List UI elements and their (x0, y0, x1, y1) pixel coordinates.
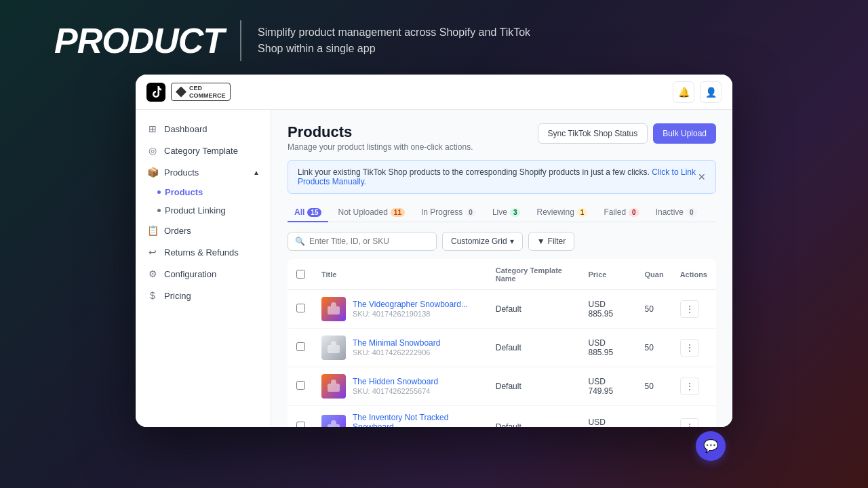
sidebar-item-dashboard[interactable]: ⊞ Dashboard (136, 118, 271, 140)
row-title-cell: The Inventory Not Tracked Snowboard... S… (313, 406, 488, 428)
tab-badge-not-uploaded: 11 (391, 208, 405, 217)
toolbar: 🔍 Customize Grid ▾ ▼ Filter (288, 232, 716, 251)
notifications-button[interactable]: 🔔 (673, 81, 694, 103)
filter-button[interactable]: ▼ Filter (528, 232, 575, 251)
sidebar-sub-products: Products Product Linking (136, 183, 271, 220)
row-title-cell: The Minimal Snowboard SKU: 4017426222290… (313, 329, 488, 367)
row-checkbox-cell (288, 367, 314, 406)
row-category-cell: Default (488, 406, 580, 428)
sidebar: ⊞ Dashboard ◎ Category Template 📦 Produc… (136, 110, 271, 427)
product-sku: SKU: 40174262255674 (353, 387, 430, 395)
sidebar-item-label: Category Template (164, 146, 238, 156)
sidebar-item-returns[interactable]: ↩ Returns & Refunds (136, 241, 271, 263)
tab-badge-live: 3 (510, 208, 521, 217)
top-bar-left: CEDCOMMERCE (146, 83, 231, 102)
row-actions-button[interactable]: ⋮ (680, 378, 699, 395)
product-thumbnail (321, 415, 346, 427)
tab-not-uploaded[interactable]: Not Uploaded 11 (331, 203, 412, 222)
customize-grid-button[interactable]: Customize Grid ▾ (442, 232, 523, 251)
sidebar-item-configuration[interactable]: ⚙ Configuration (136, 263, 271, 285)
sidebar-group-products-header[interactable]: 📦 Products ▲ (136, 161, 271, 183)
row-price-cell: USD 949.95 (580, 406, 636, 428)
sidebar-item-category-template[interactable]: ◎ Category Template (136, 140, 271, 161)
bulk-upload-button[interactable]: Bulk Upload (653, 123, 716, 144)
product-thumbnail (321, 297, 346, 321)
row-price-cell: USD 885.95 (580, 329, 636, 367)
sidebar-group-label: Products (164, 167, 199, 178)
product-cell: The Hidden Snowboard SKU: 40174262255674 (321, 374, 479, 399)
row-actions-button[interactable]: ⋮ (680, 300, 699, 318)
row-quantity-cell: 50 (637, 367, 672, 406)
page-title: Products (288, 123, 473, 141)
row-title-cell: The Videographer Snowboard... SKU: 40174… (313, 290, 488, 329)
tab-in-progress[interactable]: In Progress 0 (414, 203, 483, 222)
row-actions-cell: ⋮ (672, 367, 716, 406)
row-actions-button[interactable]: ⋮ (680, 418, 699, 427)
product-title[interactable]: The Minimal Snowboard (353, 338, 440, 348)
row-checkbox[interactable] (296, 381, 305, 390)
col-quantity: Quan (637, 260, 672, 290)
category-template-icon: ◎ (146, 145, 159, 156)
row-checkbox[interactable] (296, 342, 305, 351)
product-thumbnail (321, 374, 346, 399)
select-all-checkbox[interactable] (296, 270, 305, 279)
pricing-icon: $ (146, 290, 159, 301)
tab-badge-all: 15 (307, 208, 321, 217)
sync-status-button[interactable]: Sync TikTok Shop Status (538, 123, 648, 144)
tab-all[interactable]: All 15 (288, 203, 328, 222)
row-quantity-cell: - (637, 406, 672, 428)
col-category: Category Template Name (488, 260, 580, 290)
sidebar-item-label: Dashboard (164, 124, 208, 134)
search-icon: 🔍 (295, 237, 305, 246)
row-quantity-cell: 50 (637, 329, 672, 367)
alert-message: Link your existing TikTok Shop products … (298, 167, 698, 186)
product-sku: SKU: 40174262190138 (353, 310, 430, 318)
chat-bubble-button[interactable]: 💬 (696, 431, 726, 461)
top-bar: CEDCOMMERCE 🔔 👤 (136, 75, 732, 110)
sidebar-item-label: Pricing (164, 291, 191, 301)
row-price-cell: USD 749.95 (580, 367, 636, 406)
ced-text: CEDCOMMERCE (189, 85, 226, 100)
product-title[interactable]: The Videographer Snowboard... (353, 300, 468, 309)
active-dot (157, 190, 161, 194)
product-info: The Hidden Snowboard SKU: 40174262255674 (353, 377, 438, 396)
product-cell: The Inventory Not Tracked Snowboard... S… (321, 413, 479, 427)
tab-live[interactable]: Live 3 (486, 203, 528, 222)
ced-logo: CEDCOMMERCE (171, 83, 231, 102)
sidebar-item-pricing[interactable]: $ Pricing (136, 285, 271, 306)
tab-inactive[interactable]: Inactive 0 (649, 203, 704, 222)
user-button[interactable]: 👤 (700, 81, 722, 103)
dot-icon (157, 209, 161, 212)
sidebar-item-product-linking[interactable]: Product Linking (146, 201, 271, 220)
tab-reviewing[interactable]: Reviewing 1 (530, 203, 594, 222)
hero-title: PRODUCT (54, 20, 224, 61)
product-title[interactable]: The Inventory Not Tracked Snowboard... (353, 413, 479, 427)
sidebar-item-orders[interactable]: 📋 Orders (136, 220, 271, 241)
table-row: The Minimal Snowboard SKU: 4017426222290… (288, 329, 716, 367)
tab-badge-failed: 0 (629, 208, 639, 217)
chevron-down-icon: ▾ (510, 237, 514, 246)
row-title-cell: The Hidden Snowboard SKU: 40174262255674 (313, 367, 488, 406)
row-quantity-cell: 50 (637, 290, 672, 329)
search-input[interactable] (309, 237, 429, 246)
sidebar-item-label: Returns & Refunds (164, 247, 239, 258)
sidebar-item-products[interactable]: Products (146, 183, 271, 201)
tiktok-logo (146, 83, 165, 102)
tab-failed[interactable]: Failed 0 (597, 203, 646, 222)
row-checkbox[interactable] (296, 422, 305, 427)
sidebar-group-products: 📦 Products ▲ Products Product Linking (136, 161, 271, 220)
product-cell: The Videographer Snowboard... SKU: 40174… (321, 297, 479, 321)
sidebar-item-label: Orders (164, 226, 191, 236)
search-input-wrap[interactable]: 🔍 (288, 232, 437, 251)
app-window: CEDCOMMERCE 🔔 👤 ⊞ Dashboard ◎ Category T… (136, 75, 732, 427)
alert-close-button[interactable]: ✕ (698, 171, 706, 182)
col-checkbox (288, 260, 314, 290)
col-actions: Actions (672, 260, 716, 290)
page-actions: Sync TikTok Shop Status Bulk Upload (538, 123, 716, 144)
row-checkbox[interactable] (296, 304, 305, 312)
row-checkbox-cell (288, 290, 314, 329)
row-actions-button[interactable]: ⋮ (680, 339, 699, 357)
svg-rect-0 (328, 306, 340, 314)
tab-badge-in-progress: 0 (465, 208, 476, 217)
product-title[interactable]: The Hidden Snowboard (353, 377, 438, 386)
